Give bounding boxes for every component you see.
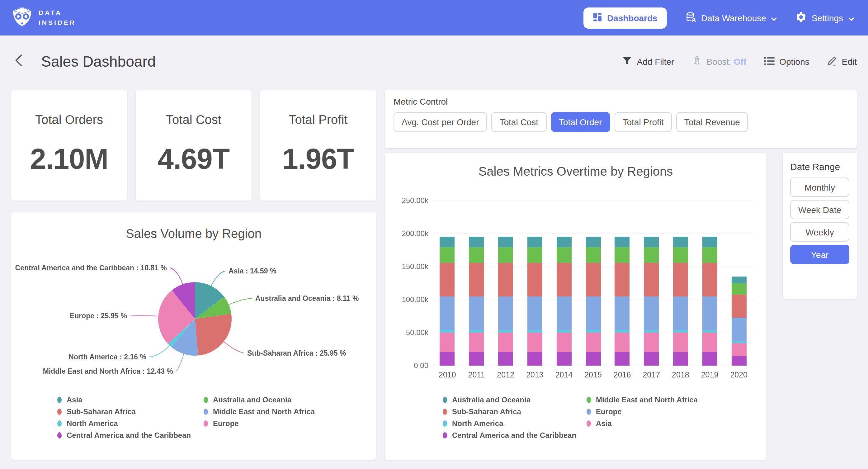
legend-item[interactable]: Europe: [204, 417, 239, 429]
bar-segment: [469, 333, 484, 352]
bar-segment: [615, 237, 630, 247]
bar-segment: [731, 343, 746, 356]
bar-segment: [615, 296, 630, 330]
date-range-week-date[interactable]: Week Date: [790, 200, 849, 219]
metric-button-total-profit[interactable]: Total Profit: [615, 112, 672, 132]
pie-slice-label: Europe : 25.95 %: [70, 312, 127, 320]
pie-callout-line: [223, 342, 244, 353]
legend-item[interactable]: Australia and Oceania: [443, 393, 530, 406]
legend-item[interactable]: Australia and Oceania: [204, 393, 291, 406]
boost-toggle[interactable]: Boost:Off: [691, 55, 746, 68]
pie-callout-line: [176, 354, 184, 371]
nav-item-label: Settings: [812, 13, 843, 23]
brand-logo[interactable]: DATA INSIDER: [11, 6, 76, 30]
add-filter-button[interactable]: Add Filter: [622, 56, 674, 67]
legend-dot: [587, 420, 591, 426]
legend-item[interactable]: Asia: [57, 393, 83, 406]
kpi-card-total-cost: Total Cost 4.69T: [136, 90, 252, 201]
nav-item-settings[interactable]: Settings: [796, 11, 854, 24]
legend-dot: [443, 408, 447, 414]
legend-item[interactable]: Sub-Saharan Africa: [443, 406, 521, 417]
list-icon: [764, 56, 774, 67]
bar-segment: [498, 296, 513, 330]
legend-label: Central America and the Caribbean: [67, 431, 191, 439]
date-range-weekly[interactable]: Weekly: [790, 222, 849, 242]
legend-label: North America: [67, 419, 118, 428]
bar-segment: [586, 352, 600, 365]
legend-label: Asia: [67, 395, 83, 404]
bar-segment: [469, 263, 484, 296]
options-button[interactable]: Options: [764, 56, 809, 67]
y-axis-tick-label: 100.00k: [385, 295, 428, 304]
date-range-monthly[interactable]: Monthly: [790, 177, 849, 197]
bar-segment: [527, 330, 542, 333]
kpi-value: 4.69T: [158, 142, 229, 176]
bar-segment: [644, 296, 659, 330]
legend-item[interactable]: Central America and the Caribbean: [57, 429, 191, 441]
date-range-title: Date Range: [790, 161, 849, 172]
bar-segment: [586, 333, 600, 352]
kpi-label: Total Orders: [35, 113, 103, 127]
y-axis-tick-label: 200.00k: [385, 229, 428, 238]
legend-item[interactable]: Sub-Saharan Africa: [57, 406, 136, 417]
x-axis-label: 2020: [725, 371, 752, 379]
legend-item[interactable]: North America: [443, 417, 503, 429]
brand-name: DATA INSIDER: [39, 8, 76, 28]
bar-segment: [527, 237, 542, 247]
legend-item[interactable]: North America: [57, 417, 118, 429]
legend-label: Middle East and North Africa: [596, 395, 698, 404]
x-axis-label: 2010: [434, 371, 461, 379]
metric-control-card: Metric Control Avg. Cost per Order Total…: [385, 90, 857, 148]
pie-callout-line: [170, 268, 183, 284]
bar-segment: [615, 330, 630, 333]
legend-dot: [443, 420, 447, 426]
bar-segment: [556, 352, 571, 365]
legend-item[interactable]: Central America and the Caribbean: [443, 429, 576, 441]
x-axis-label: 2017: [638, 371, 665, 379]
legend-item[interactable]: Asia: [587, 417, 612, 429]
metric-button-total-cost[interactable]: Total Cost: [492, 112, 547, 132]
rocket-icon: [691, 55, 702, 68]
bar-segment: [527, 296, 542, 330]
nav-item-data-warehouse[interactable]: Data Warehouse: [686, 11, 777, 24]
legend-dot: [587, 397, 591, 403]
legend-item[interactable]: Europe: [587, 406, 622, 417]
nav-item-label: Data Warehouse: [701, 13, 766, 23]
stacked-bar-chart: 0.0050.00k100.00k150.00k200.00k250.00k20…: [385, 153, 767, 460]
legend-item[interactable]: Middle East and North Africa: [204, 406, 315, 417]
legend-dot: [204, 420, 208, 426]
metric-button-total-revenue[interactable]: Total Revenue: [676, 112, 748, 132]
chevron-down-icon: [848, 13, 854, 23]
pie-chart-card: Sales Volume by Region Asia : 14.59 %Aus…: [11, 212, 376, 460]
legend-label: Sub-Saharan Africa: [67, 407, 136, 416]
x-axis-label: 2012: [492, 371, 519, 379]
bar-segment: [731, 295, 746, 318]
metric-button-avg-cost-per-order[interactable]: Avg. Cost per Order: [394, 112, 487, 132]
bar-chart-card: Sales Metrics Overtime by Regions 0.0050…: [385, 153, 767, 460]
kpi-label: Total Profit: [289, 113, 348, 127]
bar-segment: [498, 263, 513, 296]
header-actions: Add Filter Boost:Off: [622, 55, 857, 68]
bar-segment: [586, 330, 600, 333]
x-axis-label: 2015: [579, 371, 607, 379]
legend-item[interactable]: Middle East and North Africa: [587, 393, 698, 406]
bar-segment: [556, 330, 571, 333]
gridline: [433, 365, 753, 366]
pie-slice-label: Sub-Saharan Africa : 25.95 %: [247, 349, 346, 357]
nav-item-dashboards[interactable]: Dashboards: [584, 7, 667, 28]
date-range-year[interactable]: Year: [790, 245, 849, 264]
boost-state: Off: [734, 57, 746, 67]
bar-segment: [702, 352, 717, 365]
metric-button-total-order[interactable]: Total Order: [551, 112, 610, 132]
bar-segment: [440, 237, 455, 247]
bar-segment: [644, 237, 659, 247]
metric-control-title: Metric Control: [394, 96, 848, 107]
bar-segment: [556, 263, 571, 296]
gridline: [433, 201, 753, 201]
bar-segment: [731, 356, 746, 365]
legend-dot: [57, 432, 62, 438]
metric-control-buttons: Avg. Cost per Order Total Cost Total Ord…: [394, 112, 848, 132]
back-button[interactable]: [11, 54, 26, 69]
bar-segment: [440, 296, 455, 330]
edit-button[interactable]: Edit: [827, 56, 857, 67]
